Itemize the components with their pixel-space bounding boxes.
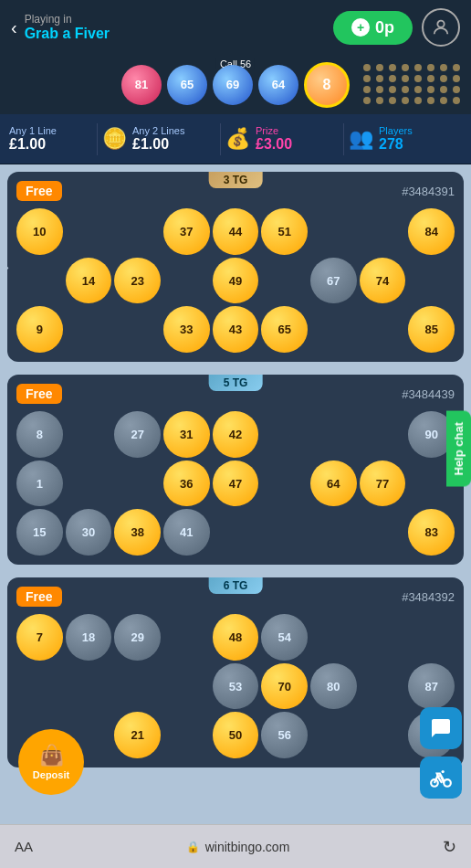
num-87: 87	[408, 663, 455, 710]
tg-badge-2: 5 TG	[209, 375, 263, 391]
svg-point-0	[437, 21, 444, 27]
back-button[interactable]: ‹	[11, 17, 17, 38]
svg-point-2	[444, 779, 451, 787]
header-title: Playing in Grab a Fiver	[25, 13, 110, 42]
num-empty	[114, 208, 161, 255]
cards-area: 3 TG Free #3484391 › 10 37 44 51 84 14 2…	[0, 164, 471, 824]
tg-badge-1: 3 TG	[209, 172, 263, 188]
num-empty	[16, 663, 63, 710]
num-8: 8	[16, 411, 63, 458]
font-size-button[interactable]: AA	[15, 839, 33, 854]
num-83: 83	[408, 509, 455, 556]
num-37: 37	[163, 208, 210, 255]
players-value: 278	[379, 136, 403, 153]
num-50: 50	[213, 712, 259, 758]
refresh-button[interactable]: ↻	[443, 837, 456, 857]
num-empty	[261, 509, 308, 556]
num-empty	[310, 712, 357, 758]
tg-badge-3: 6 TG	[209, 577, 263, 594]
num-empty	[114, 460, 161, 507]
stat-players: Players 278	[379, 125, 462, 153]
num-empty	[310, 411, 357, 458]
num-23: 23	[114, 258, 161, 304]
num-77: 77	[360, 460, 406, 507]
num-14: 14	[66, 258, 112, 304]
players-icon: 👥	[349, 127, 373, 151]
called-ball-64: 64	[258, 65, 298, 105]
prize-icon: 💰	[225, 127, 250, 151]
num-41: 41	[163, 509, 210, 556]
num-30: 30	[66, 509, 112, 556]
game-name-label: Grab a Fiver	[25, 26, 110, 42]
num-empty	[408, 258, 455, 304]
num-empty	[360, 712, 406, 758]
num-42: 42	[213, 411, 259, 458]
bingo-card-1: 3 TG Free #3484391 › 10 37 44 51 84 14 2…	[7, 172, 464, 362]
bingo-card-2: 5 TG Free #3484439 8 27 31 42 90 1 36 47…	[7, 375, 464, 565]
num-9: 9	[16, 306, 63, 353]
num-80: 80	[310, 663, 357, 710]
chevron-left-1[interactable]: ›	[7, 258, 9, 277]
num-empty	[66, 460, 112, 507]
num-65: 65	[261, 306, 308, 353]
num-48: 48	[213, 614, 259, 661]
num-empty	[360, 306, 406, 353]
num-empty	[408, 614, 455, 661]
num-56: 56	[261, 712, 308, 758]
bingo-card-3: 6 TG Free #3484392 7 18 29 48 54 53 70 8…	[7, 577, 464, 767]
prize-value: £3.00	[256, 136, 292, 153]
plus-icon: +	[351, 18, 370, 37]
num-empty	[163, 663, 210, 710]
deposit-button[interactable]: 👜 Deposit	[18, 729, 84, 795]
call-bar: Call 56 81 65 69 64 8	[0, 55, 471, 114]
url-text: winitbingo.com	[205, 840, 290, 854]
dots-area	[363, 64, 462, 104]
num-empty	[360, 208, 406, 255]
called-ball-65: 65	[167, 65, 207, 105]
num-empty	[163, 258, 210, 304]
stat-prize: Prize £3.00	[256, 125, 339, 153]
coin-icon: 🪙	[102, 127, 127, 151]
num-empty	[360, 614, 406, 661]
num-85: 85	[408, 306, 455, 353]
help-chat-button[interactable]: Help chat	[446, 411, 471, 487]
balance-button[interactable]: + 0p	[333, 11, 413, 45]
num-empty	[114, 306, 161, 353]
num-empty	[66, 208, 112, 255]
num-84: 84	[408, 208, 455, 255]
url-bar[interactable]: 🔒 winitbingo.com	[186, 840, 290, 854]
stat-divider-1	[97, 123, 98, 155]
stat-any2-lines: Any 2 Lines £1.00	[132, 125, 215, 153]
chat-button[interactable]	[420, 707, 462, 749]
playing-in-label: Playing in	[25, 13, 110, 26]
num-7: 7	[16, 614, 63, 661]
num-empty	[66, 306, 112, 353]
num-33: 33	[163, 306, 210, 353]
num-31: 31	[163, 411, 210, 458]
num-18: 18	[66, 614, 112, 661]
num-38: 38	[114, 509, 161, 556]
free-badge-2: Free	[16, 384, 62, 404]
any2-label: Any 2 Lines	[132, 125, 184, 136]
num-empty	[360, 411, 406, 458]
svg-point-3	[442, 770, 445, 773]
card-grid-2: 8 27 31 42 90 1 36 47 64 77 15 30 38 41	[16, 411, 455, 556]
num-27: 27	[114, 411, 161, 458]
players-label: Players	[379, 125, 413, 136]
called-ball-81: 81	[121, 65, 162, 105]
num-empty	[261, 411, 308, 458]
any1-label: Any 1 Line	[9, 125, 57, 136]
card-grid-3: 7 18 29 48 54 53 70 80 87 21 50 56	[16, 614, 455, 758]
num-empty	[310, 614, 357, 661]
num-54: 54	[261, 614, 308, 661]
stat-divider-3	[343, 123, 344, 155]
deposit-label: Deposit	[33, 769, 69, 780]
num-10: 10	[16, 208, 63, 255]
num-43: 43	[213, 306, 259, 353]
header: ‹ Playing in Grab a Fiver + 0p	[0, 0, 471, 55]
cycle-button[interactable]	[420, 757, 462, 799]
num-empty	[213, 509, 259, 556]
num-51: 51	[261, 208, 308, 255]
num-74: 74	[360, 258, 406, 304]
avatar-button[interactable]	[422, 8, 460, 47]
